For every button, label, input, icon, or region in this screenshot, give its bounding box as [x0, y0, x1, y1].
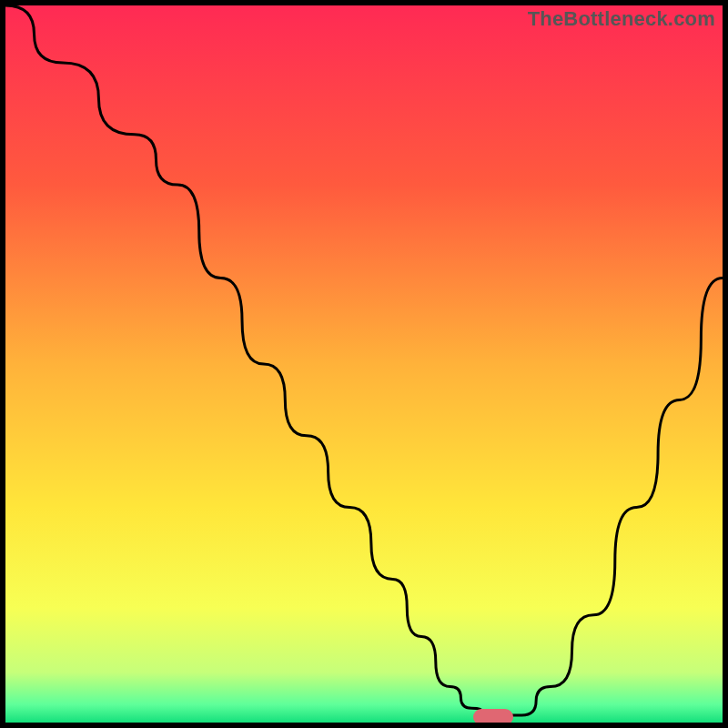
chart-border — [0, 0, 728, 728]
watermark-text: TheBottleneck.com — [528, 7, 715, 31]
